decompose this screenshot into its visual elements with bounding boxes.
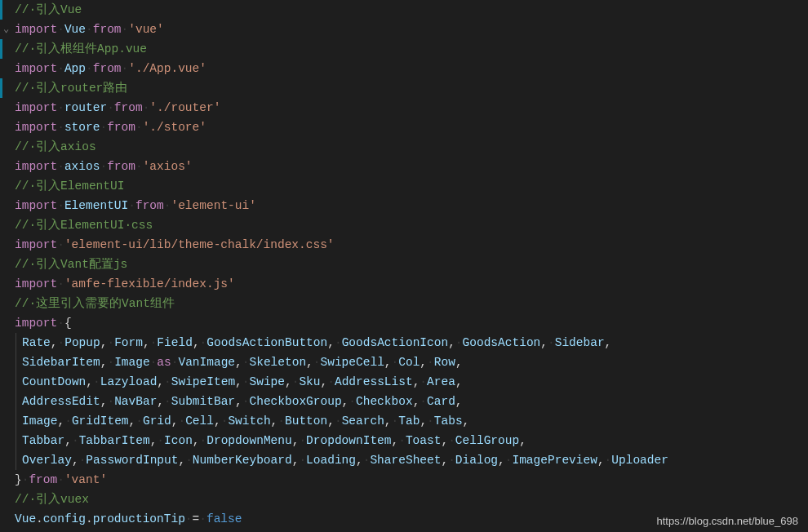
- token: CountDown: [22, 375, 86, 388]
- code-line[interactable]: import·axios·from·'axios': [0, 157, 808, 176]
- token: ,·: [86, 375, 100, 388]
- fold-spacer: [3, 352, 15, 372]
- code-line[interactable]: //·引入vuex: [0, 490, 808, 509]
- code-line[interactable]: //·引入根组件App.vue: [0, 39, 808, 59]
- code-line[interactable]: import·{: [0, 313, 808, 333]
- token: ElementUI: [64, 199, 128, 212]
- token: App: [64, 62, 86, 75]
- token: config: [43, 512, 86, 525]
- token: store: [64, 121, 100, 134]
- code-line[interactable]: //·引入router路由: [0, 78, 808, 98]
- token: Card: [427, 395, 455, 408]
- code-content[interactable]: AddressEdit,·NavBar,·SubmitBar,·Checkbox…: [15, 392, 463, 411]
- code-line[interactable]: //·引入Vant配置js: [0, 255, 808, 274]
- code-content[interactable]: //·引入根组件App.vue: [15, 39, 147, 59]
- code-line[interactable]: import·'element-ui/lib/theme-chalk/index…: [0, 235, 808, 255]
- token: ,·: [420, 356, 433, 369]
- token: GridItem: [72, 415, 129, 428]
- code-line[interactable]: ⌄import·Vue·from·'vue': [0, 20, 808, 39]
- token: from: [107, 121, 135, 134]
- token: GoodsAction: [463, 336, 541, 349]
- code-line[interactable]: import·App·from·'./App.vue': [0, 59, 808, 78]
- code-line[interactable]: //·这里引入需要的Vant组件: [0, 294, 808, 313]
- code-content[interactable]: import·store·from·'./store': [15, 117, 206, 137]
- code-line[interactable]: //·引入axios: [0, 137, 808, 157]
- token: //·引入axios: [15, 140, 96, 153]
- code-content[interactable]: import·'amfe-flexible/index.js': [15, 274, 235, 294]
- token: ,·: [235, 356, 249, 369]
- token: ,·: [292, 454, 306, 467]
- token: ,·: [420, 415, 433, 428]
- code-line[interactable]: import·'amfe-flexible/index.js': [0, 274, 808, 294]
- fold-spacer: [3, 137, 15, 157]
- token: ,·: [58, 415, 72, 428]
- code-line[interactable]: //·引入Vue: [0, 0, 808, 20]
- token: ,·: [100, 395, 114, 408]
- code-line[interactable]: Overlay,·PasswordInput,·NumberKeyboard,·…: [0, 450, 808, 470]
- code-content[interactable]: //·这里引入需要的Vant组件: [15, 294, 175, 313]
- code-line[interactable]: import·router·from·'./router': [0, 98, 808, 117]
- token: Area: [427, 375, 455, 388]
- token: ,: [605, 336, 612, 349]
- code-line[interactable]: }·from·'vant': [0, 470, 808, 490]
- code-content[interactable]: import·Vue·from·'vue': [15, 20, 164, 39]
- code-content[interactable]: import·'element-ui/lib/theme-chalk/index…: [15, 235, 335, 255]
- fold-chevron-icon[interactable]: ⌄: [3, 20, 11, 39]
- token: import: [15, 62, 57, 75]
- code-content[interactable]: import·ElementUI·from·'element-ui': [15, 196, 256, 215]
- code-content[interactable]: //·引入ElementUI: [15, 176, 124, 196]
- code-line[interactable]: import·store·from·'./store': [0, 117, 808, 137]
- fold-spacer: [3, 157, 15, 176]
- code-content[interactable]: //·引入Vant配置js: [15, 255, 127, 274]
- code-content[interactable]: import·App·from·'./App.vue': [15, 59, 206, 78]
- token: ·: [128, 199, 135, 212]
- code-editor[interactable]: //·引入Vue⌄import·Vue·from·'vue'//·引入根组件Ap…: [0, 0, 808, 529]
- token: ·: [57, 23, 64, 36]
- code-content[interactable]: import·router·from·'./router': [15, 98, 220, 117]
- token: ,·: [356, 454, 370, 467]
- code-line[interactable]: Image,·GridItem,·Grid,·Cell,·Switch,·But…: [0, 411, 808, 431]
- code-content[interactable]: import·axios·from·'axios': [15, 157, 193, 176]
- code-content[interactable]: Vue.config.productionTip·=·false: [15, 509, 242, 529]
- code-content[interactable]: //·引入axios: [15, 137, 96, 157]
- code-line[interactable]: SidebarItem,·Image·as·VanImage,·Skeleton…: [0, 352, 808, 372]
- code-line[interactable]: //·引入ElementUI: [0, 176, 808, 196]
- token: SidebarItem: [22, 356, 100, 369]
- code-line[interactable]: Rate,·Popup,·Form,·Field,·GoodsActionBut…: [0, 333, 808, 352]
- code-content[interactable]: //·引入Vue: [15, 0, 82, 20]
- fold-spacer: [3, 313, 15, 333]
- token: SubmitBar: [171, 395, 235, 408]
- code-content[interactable]: }·from·'vant': [15, 470, 107, 490]
- token: ·: [199, 512, 206, 525]
- token: Cell: [185, 415, 214, 428]
- code-content[interactable]: CountDown,·Lazyload,·SwipeItem,·Swipe,·S…: [15, 372, 463, 392]
- fold-spacer: [3, 78, 15, 98]
- code-line[interactable]: Tabbar,·TabbarItem,·Icon,·DropdownMenu,·…: [0, 431, 808, 450]
- fold-spacer: [3, 98, 15, 117]
- fold-spacer: [3, 0, 15, 20]
- code-content[interactable]: //·引入vuex: [15, 490, 89, 509]
- code-content[interactable]: //·引入router路由: [15, 78, 127, 98]
- fold-spacer: [3, 509, 15, 529]
- code-content[interactable]: Rate,·Popup,·Form,·Field,·GoodsActionBut…: [15, 333, 611, 352]
- token: ,·: [292, 434, 306, 447]
- code-content[interactable]: import·{: [15, 313, 72, 333]
- token: ·: [100, 160, 107, 173]
- code-line[interactable]: import·ElementUI·from·'element-ui': [0, 196, 808, 215]
- code-content[interactable]: Overlay,·PasswordInput,·NumberKeyboard,·…: [15, 450, 668, 470]
- token: Skeleton: [249, 356, 306, 369]
- token: VanImage: [178, 356, 235, 369]
- code-content[interactable]: SidebarItem,·Image·as·VanImage,·Skeleton…: [15, 352, 463, 372]
- code-content[interactable]: Tabbar,·TabbarItem,·Icon,·DropdownMenu,·…: [15, 431, 526, 450]
- token: NumberKeyboard: [193, 454, 292, 467]
- code-line[interactable]: //·引入ElementUI·css: [0, 215, 808, 235]
- code-content[interactable]: Image,·GridItem,·Grid,·Cell,·Switch,·But…: [15, 411, 469, 431]
- token: ,·: [327, 415, 341, 428]
- code-content[interactable]: //·引入ElementUI·css: [15, 215, 153, 235]
- token: Form: [114, 336, 143, 349]
- indent-guide: [16, 431, 22, 450]
- code-line[interactable]: CountDown,·Lazyload,·SwipeItem,·Swipe,·S…: [0, 372, 808, 392]
- code-line[interactable]: AddressEdit,·NavBar,·SubmitBar,·Checkbox…: [0, 392, 808, 411]
- token: ,·: [129, 415, 143, 428]
- gutter-modified-icon: [0, 39, 2, 59]
